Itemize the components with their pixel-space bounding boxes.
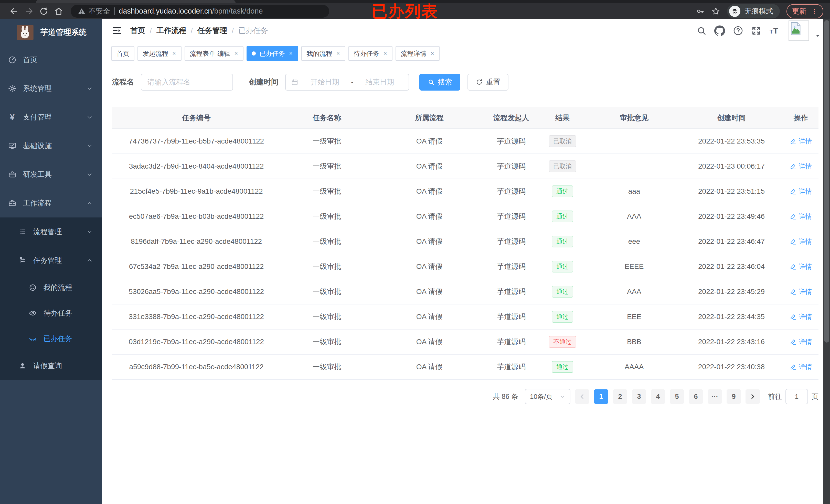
process-name: OA 请假	[373, 129, 486, 154]
page-size-select[interactable]: 10条/页	[525, 389, 570, 404]
close-tab-icon[interactable]: ×	[336, 50, 340, 57]
task-id: 74736737-7b9b-11ec-b5b7-acde48001122	[112, 129, 281, 154]
approval-comment: aaa	[588, 179, 680, 204]
sidebar-item-process-mgmt[interactable]: 流程管理	[0, 217, 102, 246]
approval-comment: AAA	[588, 279, 680, 304]
detail-link[interactable]: 详情	[790, 162, 812, 171]
sidebar-logo-row[interactable]: 芋道管理系统	[0, 19, 102, 45]
forward-icon[interactable]	[22, 4, 36, 19]
bookmark-star-icon[interactable]	[711, 7, 721, 16]
prev-page-icon[interactable]	[575, 390, 589, 404]
detail-link[interactable]: 详情	[790, 337, 812, 346]
reload-icon[interactable]	[36, 4, 51, 19]
tags-view: 首页发起流程×流程表单-编辑×已办任务×我的流程×待办任务×流程详情×	[102, 42, 830, 65]
browser-active-tab[interactable]	[36, 0, 235, 3]
home-icon[interactable]	[51, 4, 66, 19]
tab-发起流程[interactable]: 发起流程×	[137, 46, 182, 61]
page-button-4[interactable]: 4	[651, 390, 665, 404]
scrollbar-thumb[interactable]	[824, 20, 829, 343]
page-button-9[interactable]: 9	[727, 390, 741, 404]
font-size-icon[interactable]: TT	[769, 26, 781, 36]
gear-icon	[8, 84, 17, 93]
address-bar[interactable]: 不安全 dashboard.yudao.iocoder.cn/bpm/task/…	[71, 5, 329, 18]
edit-pen-icon	[790, 188, 797, 195]
detail-link[interactable]: 详情	[790, 137, 812, 146]
page-button-5[interactable]: 5	[670, 390, 684, 404]
page-ellipsis: ···	[708, 390, 722, 404]
detail-link[interactable]: 详情	[790, 187, 812, 196]
tab-待办任务[interactable]: 待办任务×	[348, 46, 392, 61]
security-warning[interactable]: 不安全	[78, 6, 110, 16]
avatar-caret-icon[interactable]	[815, 33, 821, 39]
close-tab-icon[interactable]: ×	[172, 50, 177, 57]
sidebar-item-task-mgmt[interactable]: 任务管理	[0, 246, 102, 275]
page-button-2[interactable]: 2	[613, 390, 627, 404]
sidebar-item-devtools[interactable]: 研发工具	[0, 160, 102, 189]
tab-我的流程[interactable]: 我的流程×	[301, 46, 345, 61]
search-button[interactable]: 搜索	[419, 74, 460, 91]
column-header-7: 操作	[783, 107, 819, 128]
created-time: 2022-01-22 23:49:46	[680, 204, 783, 229]
github-icon[interactable]	[714, 25, 725, 36]
breadcrumb-item-0[interactable]: 首页	[130, 26, 145, 36]
sidebar-item-system[interactable]: 系统管理	[0, 74, 102, 103]
sidebar-item-label: 已办任务	[43, 334, 72, 344]
edit-pen-icon	[790, 338, 797, 345]
tab-流程详情[interactable]: 流程详情×	[395, 46, 440, 61]
help-icon[interactable]	[733, 25, 743, 36]
close-tab-icon[interactable]: ×	[430, 50, 435, 57]
task-name: 一级审批	[281, 254, 373, 279]
breadcrumb-item-2[interactable]: 任务管理	[197, 26, 227, 36]
reset-button[interactable]: 重置	[468, 74, 508, 91]
process-name: OA 请假	[373, 254, 486, 279]
detail-link[interactable]: 详情	[790, 312, 812, 321]
close-tab-icon[interactable]: ×	[234, 50, 238, 57]
url-text[interactable]: dashboard.yudao.iocoder.cn/bpm/task/done	[119, 7, 263, 15]
sidebar-item-home[interactable]: 首页	[0, 45, 102, 74]
back-icon[interactable]	[7, 4, 22, 19]
tab-首页[interactable]: 首页	[111, 46, 134, 61]
sidebar-menu: 首页系统管理¥支付管理基础设施研发工具工作流程流程管理任务管理我的流程待办任务已…	[0, 45, 102, 380]
sidebar-item-done-task[interactable]: 已办任务	[0, 326, 102, 351]
sidebar-item-label: 流程管理	[33, 227, 62, 237]
sidebar-item-my-process[interactable]: 我的流程	[0, 275, 102, 300]
next-page-icon[interactable]	[745, 390, 760, 404]
rabbit-logo-icon	[17, 25, 34, 40]
goto-page-input[interactable]	[786, 389, 808, 404]
detail-link[interactable]: 详情	[790, 237, 812, 246]
detail-link[interactable]: 详情	[790, 212, 812, 221]
search-icon[interactable]	[696, 26, 707, 36]
browser-scrollbar[interactable]	[823, 19, 830, 504]
fullscreen-icon[interactable]	[751, 26, 761, 36]
toolbox-icon	[8, 170, 17, 178]
sidebar-item-label: 研发工具	[23, 170, 52, 179]
sidebar-item-leave-query[interactable]: 请假查询	[0, 351, 102, 380]
avatar[interactable]	[789, 21, 809, 41]
sidebar-item-infra[interactable]: 基础设施	[0, 132, 102, 160]
update-button[interactable]: 更新	[787, 4, 823, 19]
page-button-3[interactable]: 3	[632, 390, 646, 404]
detail-link-label: 详情	[799, 187, 812, 196]
detail-link[interactable]: 详情	[790, 287, 812, 296]
edit-pen-icon	[790, 363, 797, 370]
list-tree-icon	[18, 228, 27, 236]
page-button-1[interactable]: 1	[594, 390, 608, 404]
detail-link[interactable]: 详情	[790, 262, 812, 271]
breadcrumb-item-1[interactable]: 工作流程	[156, 26, 186, 36]
close-tab-icon[interactable]: ×	[289, 50, 293, 57]
sidebar-collapse-icon[interactable]	[112, 26, 122, 36]
sidebar-item-workflow[interactable]: 工作流程	[0, 189, 102, 217]
created-time: 2022-01-22 23:43:16	[680, 330, 783, 354]
close-tab-icon[interactable]: ×	[383, 50, 387, 57]
tab-已办任务[interactable]: 已办任务×	[247, 46, 298, 61]
warning-icon	[78, 7, 86, 15]
detail-link[interactable]: 详情	[790, 363, 812, 371]
sidebar-item-payment[interactable]: ¥支付管理	[0, 103, 102, 132]
page-button-6[interactable]: 6	[689, 390, 703, 404]
key-icon[interactable]	[696, 7, 705, 15]
process-name-input[interactable]	[141, 74, 233, 91]
sidebar-item-todo-task[interactable]: 待办任务	[0, 300, 102, 326]
tab-流程表单-编辑[interactable]: 流程表单-编辑×	[185, 46, 244, 61]
date-range-input[interactable]: 开始日期 - 结束日期	[285, 74, 409, 91]
result-badge: 通过	[552, 311, 573, 323]
